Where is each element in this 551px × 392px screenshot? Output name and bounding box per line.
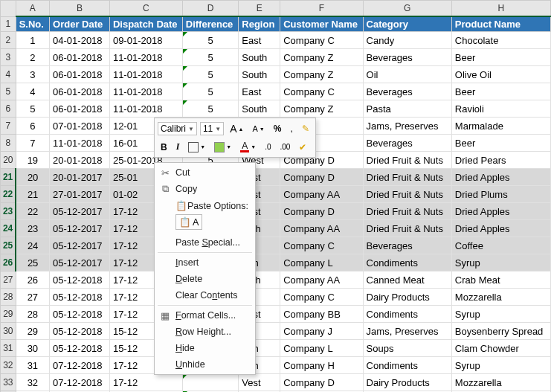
column-title[interactable]: Customer Name	[280, 16, 363, 32]
ctx-hide[interactable]: Hide	[155, 340, 255, 356]
cell[interactable]: 05-12-2018	[50, 306, 110, 323]
cell[interactable]: Dried Apples	[451, 203, 550, 220]
ctx-row-height[interactable]: Row Height...	[155, 324, 255, 340]
font-name-combo[interactable]: Calibri ▼	[158, 122, 197, 135]
cell[interactable]: 5	[182, 49, 239, 66]
cell[interactable]: 11-01-2018	[50, 135, 110, 152]
ctx-copy[interactable]: ⧉Copy	[155, 181, 255, 197]
cell[interactable]: 06-01-2018	[50, 83, 110, 100]
cell[interactable]: 5	[16, 100, 49, 118]
font-color-button[interactable]: A ▼	[237, 139, 259, 155]
cell[interactable]: 20	[16, 169, 49, 186]
cell[interactable]: 05-12-2018	[50, 289, 110, 306]
cell[interactable]: Canned Meat	[363, 271, 451, 289]
cell[interactable]: 06-01-2018	[50, 100, 110, 118]
cell[interactable]: 06-01-2018	[50, 49, 110, 66]
cell[interactable]: Candy	[363, 32, 451, 49]
ctx-paste-keep-text[interactable]: 📋A	[175, 214, 202, 230]
cell[interactable]: Dried Fruit & Nuts	[363, 152, 451, 169]
col-header-C[interactable]: C	[109, 1, 182, 17]
col-header-F[interactable]: F	[280, 1, 363, 17]
cell[interactable]: Syrup	[451, 306, 550, 323]
ctx-unhide[interactable]: Unhide	[155, 356, 255, 373]
cell[interactable]: Dried Apples	[451, 169, 550, 186]
cell[interactable]: Marmalade	[451, 118, 550, 135]
cell[interactable]: Company C	[280, 237, 363, 254]
row-header[interactable]: 7	[1, 118, 16, 135]
col-header-D[interactable]: D	[182, 1, 239, 17]
cell[interactable]: 24	[16, 237, 49, 254]
increase-font-button[interactable]: A▲	[227, 121, 246, 137]
border-button[interactable]: ▼	[185, 140, 208, 155]
row-header[interactable]: 3	[1, 49, 16, 66]
format-painter-button-2[interactable]: ✔	[296, 140, 309, 155]
cell[interactable]: Company C	[280, 32, 363, 49]
cell[interactable]: Company H	[280, 357, 363, 374]
cell[interactable]: Company D	[280, 169, 363, 186]
cell[interactable]: Chocolate	[451, 32, 550, 49]
ctx-insert[interactable]: Insert	[155, 254, 255, 271]
cell[interactable]: Company L	[280, 254, 363, 271]
cell[interactable]: Dairy Products	[363, 374, 451, 391]
percent-button[interactable]: %	[271, 121, 285, 136]
cell[interactable]: 5	[182, 32, 239, 49]
column-title[interactable]: Region	[239, 16, 280, 32]
cell[interactable]: 17-12	[109, 374, 182, 391]
cell[interactable]: Jams, Preserves	[363, 323, 451, 340]
cell[interactable]: 05-12-2017	[50, 220, 110, 237]
row-header[interactable]: 21	[1, 169, 16, 186]
cell[interactable]: Company Z	[280, 49, 363, 66]
column-title[interactable]: Product Name	[451, 16, 550, 32]
cell[interactable]: 28	[16, 306, 49, 323]
cell[interactable]: South	[239, 66, 280, 83]
cell[interactable]: Beer	[451, 83, 550, 100]
row-header[interactable]: 23	[1, 203, 16, 220]
ctx-cut[interactable]: ✂Cut	[155, 164, 255, 181]
cell[interactable]: 5	[182, 66, 239, 83]
select-all-corner[interactable]	[1, 1, 16, 17]
font-size-combo[interactable]: 11 ▼	[200, 122, 224, 135]
cell[interactable]: Company D	[280, 374, 363, 391]
cell[interactable]: Dried Fruit & Nuts	[363, 203, 451, 220]
cell[interactable]: Company Z	[280, 100, 363, 118]
cell[interactable]: Company J	[280, 323, 363, 340]
col-header-E[interactable]: E	[239, 1, 280, 17]
ctx-delete[interactable]: Delete	[155, 271, 255, 287]
cell[interactable]: 11-01-2018	[109, 66, 182, 83]
row-header[interactable]: 20	[1, 152, 16, 169]
cell[interactable]: 31	[16, 357, 49, 374]
cell[interactable]: 05-12-2017	[50, 254, 110, 271]
cell[interactable]: East	[239, 32, 280, 49]
cell[interactable]: 3	[16, 66, 49, 83]
cell[interactable]: South	[239, 49, 280, 66]
cell[interactable]: Beer	[451, 49, 550, 66]
increase-decimal-button[interactable]: .0	[262, 141, 274, 153]
cell[interactable]: 5	[182, 83, 239, 100]
row-header[interactable]: 27	[1, 271, 16, 289]
col-header-H[interactable]: H	[451, 1, 550, 17]
cell[interactable]: Oil	[363, 66, 451, 83]
cell[interactable]: Condiments	[363, 357, 451, 374]
cell[interactable]: 20-01-2017	[50, 169, 110, 186]
row-header[interactable]: 22	[1, 186, 16, 203]
row-header[interactable]: 2	[1, 32, 16, 49]
cell[interactable]: 27-01-2017	[50, 186, 110, 203]
cell[interactable]: Dairy Products	[363, 289, 451, 306]
cell[interactable]: 5	[182, 100, 239, 118]
cell[interactable]: East	[239, 83, 280, 100]
row-header[interactable]: 33	[1, 374, 16, 391]
column-title[interactable]: Difference	[182, 16, 239, 32]
cell[interactable]: Beverages	[363, 135, 451, 152]
cell[interactable]: Boysenberry Spread	[451, 323, 550, 340]
cell[interactable]: Company D	[280, 203, 363, 220]
cell[interactable]: Company BB	[280, 306, 363, 323]
row-header[interactable]: 32	[1, 357, 16, 374]
spreadsheet-grid[interactable]: ABCDEFGH 1S.No.Order DateDispatch DateDi…	[0, 0, 551, 392]
cell[interactable]: Company AA	[280, 271, 363, 289]
comma-style-button[interactable]: ,	[287, 121, 295, 136]
cell[interactable]: Coffee	[451, 237, 550, 254]
row-header[interactable]: 26	[1, 254, 16, 271]
cell[interactable]: Company AA	[280, 186, 363, 203]
cell[interactable]: 30	[16, 340, 49, 357]
row-header[interactable]: 28	[1, 289, 16, 306]
